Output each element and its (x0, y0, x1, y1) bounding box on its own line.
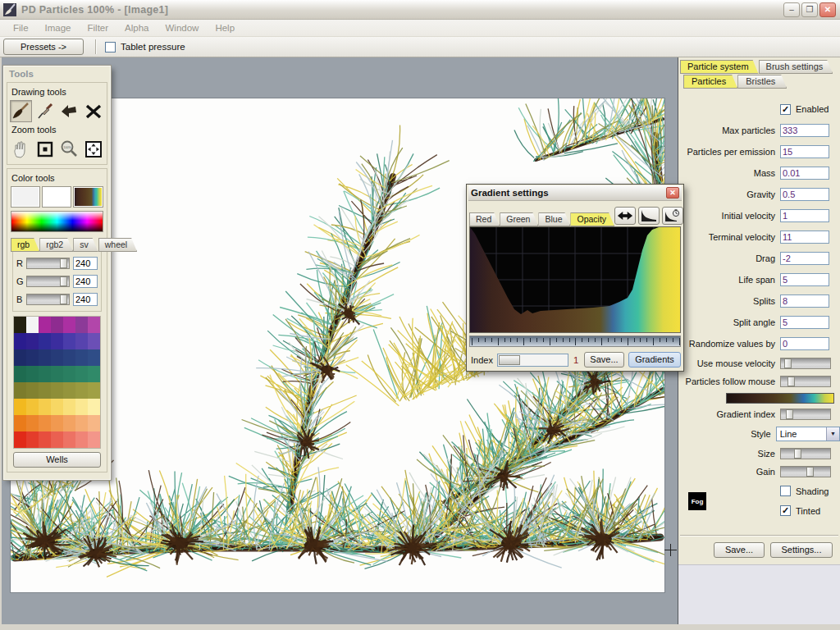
palette-swatch[interactable] (14, 366, 26, 382)
channel-tab-opacity[interactable]: Opacity (570, 212, 614, 226)
b-slider[interactable] (26, 294, 70, 305)
palette-swatch[interactable] (26, 415, 39, 431)
palette-swatch[interactable] (88, 399, 100, 415)
palette-swatch[interactable] (39, 382, 51, 399)
close-button[interactable]: ✕ (819, 2, 836, 17)
palette-swatch[interactable] (14, 399, 26, 415)
palette-swatch[interactable] (63, 333, 75, 349)
initial-velocity-input[interactable] (780, 209, 829, 222)
palette-swatch[interactable] (75, 431, 88, 448)
palette-swatch[interactable] (51, 431, 63, 448)
eraser-tool[interactable] (58, 100, 80, 122)
panel-save-button[interactable]: Save... (714, 542, 765, 558)
palette-swatch[interactable] (88, 349, 100, 366)
gradient-curve-editor[interactable] (469, 226, 681, 333)
spectrum-picker[interactable] (11, 211, 103, 232)
palette-swatch[interactable] (26, 382, 39, 399)
palette-swatch[interactable] (75, 399, 88, 415)
gradient-index-slider[interactable] (780, 409, 831, 420)
hand-tool[interactable] (10, 138, 32, 160)
tab-brush-settings[interactable]: Brush settings (759, 60, 833, 74)
g-value-input[interactable] (73, 275, 98, 288)
palette-swatch[interactable] (88, 415, 100, 431)
gradient-position-ruler[interactable] (469, 336, 681, 347)
palette-swatch[interactable] (26, 366, 39, 382)
color-tab-wheel[interactable]: wheel (98, 238, 137, 252)
palette-swatch[interactable] (39, 317, 51, 333)
palette-swatch[interactable] (39, 349, 51, 366)
palette-swatch[interactable] (51, 366, 63, 382)
restore-button[interactable]: ❐ (801, 2, 818, 17)
channel-tab-green[interactable]: Green (500, 212, 538, 226)
palette-swatch[interactable] (63, 415, 75, 431)
flip-gradient-button[interactable] (614, 207, 636, 225)
palette-swatch[interactable] (39, 399, 51, 415)
eyedropper-tool[interactable] (34, 100, 56, 122)
palette-swatch[interactable] (75, 382, 88, 399)
r-value-input[interactable] (73, 257, 98, 270)
dialog-close-icon[interactable]: ✕ (666, 187, 679, 199)
r-slider[interactable] (26, 258, 70, 269)
style-select[interactable]: Line▼ (776, 427, 840, 441)
palette-swatch[interactable] (75, 366, 88, 382)
palette-swatch[interactable] (26, 333, 39, 349)
palette-swatch[interactable] (14, 317, 26, 333)
terminal-velocity-input[interactable] (780, 231, 829, 244)
palette-swatch[interactable] (51, 349, 63, 366)
channel-tab-red[interactable]: Red (469, 212, 500, 226)
palette-swatch[interactable] (39, 333, 51, 349)
splits-input[interactable] (780, 294, 829, 308)
actual-size-tool[interactable] (34, 138, 57, 160)
palette-swatch[interactable] (14, 349, 26, 366)
size-slider[interactable] (780, 448, 831, 459)
palette-swatch[interactable] (14, 333, 26, 349)
gradient-swatch[interactable] (73, 186, 103, 208)
delete-tool[interactable] (83, 100, 104, 122)
mass-input[interactable] (780, 167, 829, 180)
channel-tab-blue[interactable]: Blue (538, 212, 570, 226)
life-span-input[interactable] (780, 273, 829, 286)
g-slider[interactable] (26, 276, 70, 287)
palette-swatch[interactable] (51, 317, 63, 333)
gradient-save-button[interactable]: Save... (584, 352, 624, 368)
animate-curve-button[interactable] (662, 207, 683, 225)
palette-swatch[interactable] (51, 415, 63, 431)
palette-swatch[interactable] (14, 382, 26, 399)
palette-swatch[interactable] (63, 382, 75, 399)
palette-swatch[interactable] (51, 399, 63, 415)
palette-swatch[interactable] (51, 333, 63, 349)
subtab-particles[interactable]: Particles (683, 75, 737, 89)
palette-swatch[interactable] (26, 399, 39, 415)
shading-checkbox[interactable] (780, 486, 791, 496)
panel-settings-button[interactable]: Settings... (770, 542, 833, 558)
palette-swatch[interactable] (14, 431, 26, 448)
color-tab-sv[interactable]: sv (73, 238, 98, 252)
palette-swatch[interactable] (75, 349, 88, 366)
zoom-tool[interactable]: 100% (58, 138, 80, 160)
palette-swatch[interactable] (75, 415, 88, 431)
menu-alpha[interactable]: Alpha (116, 21, 157, 34)
tinted-checkbox[interactable]: ✓ (780, 505, 791, 516)
palette-swatch[interactable] (88, 431, 100, 448)
color-swatch-primary[interactable] (11, 186, 40, 208)
split-angle-input[interactable] (780, 316, 829, 329)
wells-button[interactable]: Wells (13, 452, 101, 468)
gravity-input[interactable] (780, 188, 829, 201)
menu-filter[interactable]: Filter (80, 21, 117, 34)
palette-swatch[interactable] (63, 317, 75, 333)
color-tab-rgb[interactable]: rgb (11, 238, 39, 252)
palette-swatch[interactable] (75, 317, 88, 333)
menu-file[interactable]: File (5, 21, 37, 34)
palette-swatch[interactable] (39, 415, 51, 431)
palette-swatch[interactable] (26, 317, 39, 333)
drag-input[interactable] (780, 252, 829, 265)
palette-swatch[interactable] (63, 366, 75, 382)
pressets-button[interactable]: Pressets -> (3, 39, 84, 55)
palette-swatch[interactable] (63, 399, 75, 415)
tab-particle-system[interactable]: Particle system (680, 60, 759, 74)
palette-swatch[interactable] (26, 349, 39, 366)
max-particles-input[interactable] (780, 124, 829, 137)
gradients-button[interactable]: Gradients (628, 352, 681, 368)
palette-swatch[interactable] (88, 366, 100, 382)
particles-per-emission-input[interactable] (780, 145, 829, 158)
